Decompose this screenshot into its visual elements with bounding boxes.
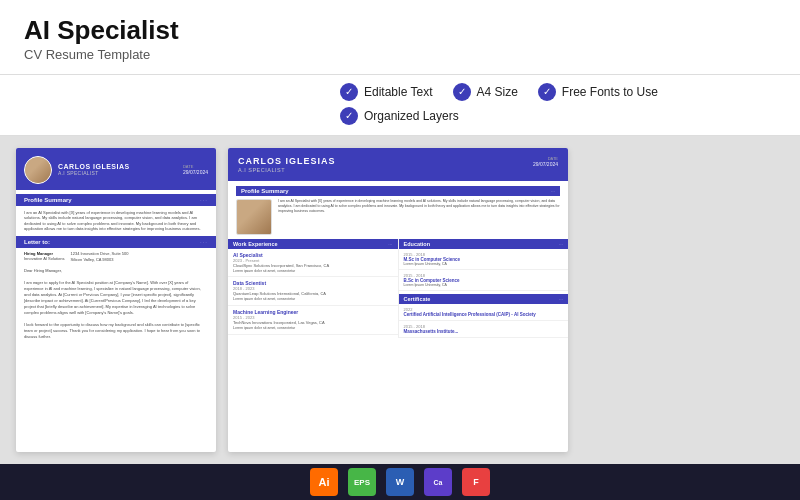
cv-work-header: Work Experience ··· (228, 239, 398, 249)
cv-cert-title: Certificate (404, 296, 431, 302)
edu-item-0: 2015 - 2018 M.Sc in Computer Science Lor… (399, 249, 569, 270)
cv-right-date-val: 29/07/2024 (533, 161, 558, 167)
feature-editable-text: ✓ Editable Text (340, 83, 433, 101)
feature-label-a4: A4 Size (477, 85, 518, 99)
job-text-1: Lorem ipsum dolor sit amet, consectetur (233, 297, 393, 302)
cv-company-name: Innovative AI Solutions (24, 256, 64, 262)
toolbar-eps-button[interactable]: EPS (348, 468, 376, 496)
edu-school-1: Lorem Ipsum University, CA (404, 283, 564, 287)
cv-work-col: Work Experience ··· AI Specialist 2023 -… (228, 239, 399, 338)
cv-letter-title: Letter to: (24, 239, 50, 245)
cert-name-0: Certified Artificial Intelligence Profes… (404, 312, 564, 317)
cv-right-profile-bar: Profile Summary ··· (236, 186, 560, 196)
features-row: ✓ Editable Text ✓ A4 Size ✓ Free Fonts t… (0, 75, 800, 136)
cv-edu-title: Education (404, 241, 431, 247)
page-title: AI Specialist (24, 16, 776, 45)
feature-label-layers: Organized Layers (364, 109, 459, 123)
toolbar-ai-button[interactable]: Ai (310, 468, 338, 496)
cert-name-1: Massachusetts Institute... (404, 329, 564, 334)
feature-label-fonts: Free Fonts to Use (562, 85, 658, 99)
cv-two-col: Work Experience ··· AI Specialist 2023 -… (228, 239, 568, 338)
cv-right-profile-section: Profile Summary ··· I am an AI Specialis… (228, 181, 568, 239)
cv-right-name: CARLOS IGLESIAS (238, 156, 525, 166)
job-company-0: CloudSync Solutions Incorporated, San Fr… (233, 263, 393, 268)
cv-edu-dots: ··· (559, 241, 563, 247)
job-item-0: AI Specialist 2023 - Present CloudSync S… (228, 249, 398, 278)
cv-address: 1234 Innovation Drive, Suite 500 Silicon… (70, 251, 128, 262)
cv-work-dots: ··· (388, 241, 392, 247)
cert-item-0: 2022 Certified Artificial Intelligence P… (399, 304, 569, 321)
cv-name-block-left: CARLOS IGLESIAS A.I SPECIALIST (58, 163, 177, 176)
header: AI Specialist CV Resume Template (0, 0, 800, 75)
cv-right-profile-dots: ··· (551, 188, 555, 194)
check-icon-a4: ✓ (453, 83, 471, 101)
cv-address-row: Hiring Manager Innovative AI Solutions 1… (16, 248, 216, 265)
cv-recipient-block: Hiring Manager Innovative AI Solutions (24, 251, 64, 262)
job-text-2: Lorem ipsum dolor sit amet, consectetur (233, 326, 393, 331)
cv-edu-col: Education ··· 2015 - 2018 M.Sc in Comput… (399, 239, 569, 338)
cv-right-profile-text: I am an AI Specialist with [X] years of … (278, 199, 560, 235)
cv-cert-dots: ··· (559, 296, 563, 302)
cv-header-right: CARLOS IGLESIAS A.I SPECIALIST DATE 29/0… (228, 148, 568, 181)
job-item-1: Data Scientist 2018 - 2023 QuantumLeap S… (228, 277, 398, 306)
edu-item-1: 2015 - 2018 B.Sc in Computer Science Lor… (399, 270, 569, 291)
job-text-0: Lorem ipsum dolor sit amet, consectetur (233, 269, 393, 274)
cv-panel-left: CARLOS IGLESIAS A.I SPECIALIST DATE 29/0… (16, 148, 216, 452)
job-company-1: QuantumLeap Solutions International, Cal… (233, 291, 393, 296)
page-wrapper: AI Specialist CV Resume Template ✓ Edita… (0, 0, 800, 500)
toolbar-canva-button[interactable]: Ca (424, 468, 452, 496)
main-content: CARLOS IGLESIAS A.I SPECIALIST DATE 29/0… (0, 136, 800, 464)
feature-organized-layers: ✓ Organized Layers (340, 107, 459, 125)
edu-school-0: Lorem Ipsum University, CA (404, 262, 564, 266)
check-icon-layers: ✓ (340, 107, 358, 125)
cv-cert-header: Certificate ··· (399, 294, 569, 304)
toolbar-figma-button[interactable]: F (462, 468, 490, 496)
cv-profile-text-left: I am an AI Specialist with [X] years of … (24, 210, 208, 232)
check-icon-fonts: ✓ (538, 83, 556, 101)
toolbar-word-button[interactable]: W (386, 468, 414, 496)
feature-label-editable: Editable Text (364, 85, 433, 99)
feature-free-fonts: ✓ Free Fonts to Use (538, 83, 658, 101)
cv-date-block-left: DATE 29/07/2024 (183, 164, 208, 175)
cv-right-role: A.I SPECIALIST (238, 167, 525, 173)
avatar-img-left (25, 157, 51, 183)
avatar-right (236, 199, 272, 235)
cv-role-left: A.I SPECIALIST (58, 170, 177, 176)
cv-letter-body: Dear Hiring Manager, I am eager to apply… (16, 265, 216, 343)
cv-right-profile-title: Profile Summary (241, 188, 289, 194)
cv-dots-profile-left: ··· (200, 197, 208, 203)
cv-header-left: CARLOS IGLESIAS A.I SPECIALIST DATE 29/0… (16, 148, 216, 190)
cv-name-left: CARLOS IGLESIAS (58, 163, 177, 170)
cv-profile-title-left: Profile Summary (24, 197, 72, 203)
job-item-2: Machine Learning Engineer 2015 - 2023 Te… (228, 306, 398, 335)
job-company-2: TechNova Innovations Incorporated, Las V… (233, 320, 393, 325)
cv-right-date-block: DATE 29/07/2024 (533, 156, 558, 167)
check-icon-editable: ✓ (340, 83, 358, 101)
cv-work-title: Work Experience (233, 241, 278, 247)
cv-date-val-left: 29/07/2024 (183, 169, 208, 175)
cert-item-1: 2015 - 2018 Massachusetts Institute... (399, 321, 569, 338)
cv-edu-header: Education ··· (399, 239, 569, 249)
cv-profile-bar-left: Profile Summary ··· (16, 194, 216, 206)
page-subtitle: CV Resume Template (24, 47, 776, 62)
cv-panel-right: CARLOS IGLESIAS A.I SPECIALIST DATE 29/0… (228, 148, 568, 452)
cv-profile-body-left: I am an AI Specialist with [X] years of … (16, 206, 216, 236)
cv-right-name-block: CARLOS IGLESIAS A.I SPECIALIST (238, 156, 525, 173)
cv-letter-bar: Letter to: ··· (16, 236, 216, 248)
avatar-left (24, 156, 52, 184)
cv-right-profile-row: I am an AI Specialist with [X] years of … (236, 199, 560, 235)
cv-dots-letter: ··· (200, 239, 208, 245)
bottom-toolbar: Ai EPS W Ca F (0, 464, 800, 500)
feature-a4-size: ✓ A4 Size (453, 83, 518, 101)
